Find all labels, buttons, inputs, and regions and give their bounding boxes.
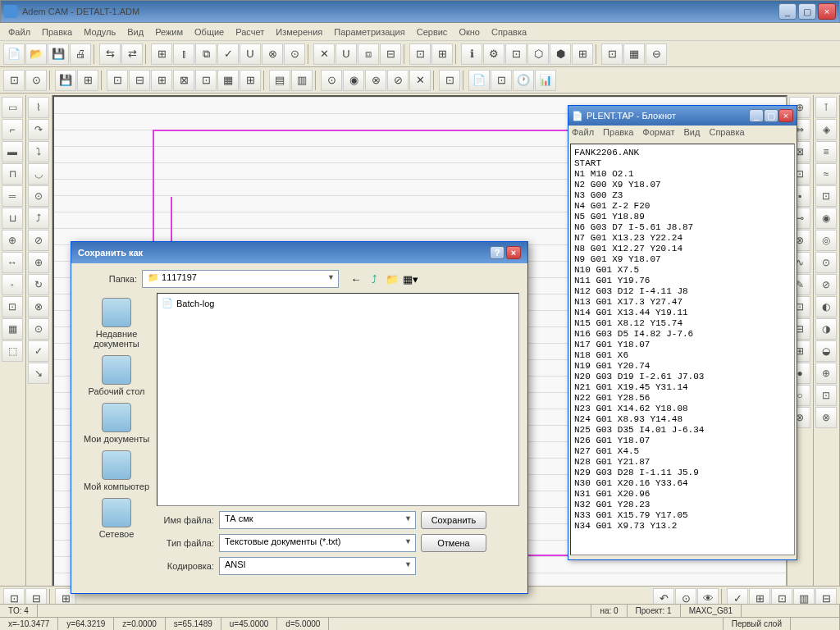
tool-icon[interactable]: ▦ [623, 43, 645, 65]
tool-icon[interactable]: ═ [2, 185, 23, 207]
tool-icon[interactable]: ▦ [2, 318, 23, 340]
save-button[interactable]: Сохранить [421, 511, 486, 529]
tool-icon[interactable]: ↘ [28, 363, 49, 384]
tool-icon[interactable]: ⊺ [815, 97, 837, 118]
menu-general[interactable]: Общие [189, 25, 229, 39]
tool-icon[interactable]: 💾 [55, 70, 76, 91]
notepad-max-button[interactable]: ▢ [764, 109, 778, 122]
place-computer[interactable]: Мой компьютер [84, 450, 149, 491]
notepad-titlebar[interactable]: 📄 PLENT.TAP - Блокнот _ ▢ × [568, 106, 797, 126]
tool-icon[interactable]: ≈ [815, 163, 837, 185]
list-item[interactable]: 📄 Batch-log [161, 297, 515, 309]
tool-icon[interactable]: ◎ [815, 230, 837, 251]
tool-icon[interactable]: ⊗ [28, 296, 49, 317]
notepad-close-button[interactable]: × [778, 109, 793, 122]
tool-icon[interactable]: ⊡ [107, 70, 128, 91]
tool-icon[interactable]: ◐ [815, 296, 837, 317]
tool-icon[interactable]: ⊙ [28, 185, 49, 207]
menu-measure[interactable]: Измерения [271, 25, 327, 39]
tool-icon[interactable]: ✕ [313, 43, 335, 65]
menu-calc[interactable]: Расчет [231, 25, 269, 39]
tool-icon[interactable]: ⊕ [28, 252, 49, 273]
tool-icon[interactable]: ⚙ [483, 43, 504, 65]
notepad-textarea[interactable]: FANK2206.ANK START N1 M10 O2.1 N2 G00 X9… [570, 144, 795, 555]
tool-icon[interactable]: ↔ [2, 252, 23, 273]
save-dialog-titlebar[interactable]: Сохранить как ? × [71, 242, 527, 263]
new-icon[interactable]: 📄 [3, 43, 25, 65]
up-icon[interactable]: ⤴ [367, 272, 381, 286]
place-desktop[interactable]: Рабочий стол [88, 355, 144, 396]
tool-icon[interactable]: ◉ [815, 208, 837, 229]
close-button[interactable]: × [818, 3, 836, 20]
tool-icon[interactable]: ▥ [291, 70, 313, 91]
tool-icon[interactable]: ⊞ [151, 70, 172, 91]
np-menu-format[interactable]: Формат [642, 127, 674, 137]
tool-icon[interactable]: ↻ [28, 274, 49, 295]
np-menu-view[interactable]: Вид [683, 127, 700, 137]
minimize-button[interactable]: _ [778, 3, 797, 20]
cancel-button[interactable]: Отмена [421, 534, 486, 552]
menu-help[interactable]: Справка [486, 25, 532, 39]
tool-icon[interactable]: ⊞ [572, 43, 593, 65]
tool-icon[interactable]: ⌐ [2, 119, 23, 140]
tool-icon[interactable]: ⊙ [284, 43, 305, 65]
tool-icon[interactable]: ⊡ [491, 70, 512, 91]
back-icon[interactable]: ← [349, 272, 363, 286]
tool-icon[interactable]: ▤ [269, 70, 290, 91]
np-menu-help[interactable]: Справка [709, 127, 744, 137]
tool-icon[interactable]: ⊞ [431, 43, 453, 65]
tool-icon[interactable]: ⊞ [77, 70, 98, 91]
filetype-combo[interactable]: Текстовые документы (*.txt) [219, 534, 416, 552]
tool-icon[interactable]: 🕐 [513, 70, 534, 91]
menu-edit[interactable]: Правка [37, 25, 77, 39]
tool-icon[interactable]: U [336, 43, 357, 65]
tool-icon[interactable]: ⊘ [28, 230, 49, 251]
tool-icon[interactable]: ⬚ [2, 340, 23, 362]
tool-icon[interactable]: ⧉ [195, 43, 217, 65]
tool-icon[interactable]: 📊 [535, 70, 556, 91]
tool-icon[interactable]: U [240, 43, 261, 65]
place-network[interactable]: Сетевое [99, 498, 135, 539]
tool-icon[interactable]: ℹ [461, 43, 482, 65]
tool-icon[interactable]: ⊙ [321, 70, 342, 91]
tool-icon[interactable]: ⊓ [2, 163, 23, 185]
notepad-min-button[interactable]: _ [749, 109, 764, 122]
tool-icon[interactable]: ⊡ [2, 296, 23, 317]
help-button[interactable]: ? [490, 246, 504, 259]
encoding-combo[interactable]: ANSI [219, 557, 416, 575]
tool-icon[interactable]: ⊞ [240, 70, 261, 91]
tool-icon[interactable]: ⊙ [28, 318, 49, 340]
tool-icon[interactable]: ⊠ [173, 70, 194, 91]
tool-icon[interactable]: ⊗ [262, 43, 283, 65]
tool-icon[interactable]: ⊖ [646, 43, 667, 65]
tool-icon[interactable]: ⊡ [439, 70, 460, 91]
tool-icon[interactable]: ◈ [815, 119, 837, 140]
tool-icon[interactable]: ⊕ [815, 363, 837, 384]
tool-icon[interactable]: ⊡ [815, 185, 837, 207]
save-icon[interactable]: 💾 [48, 43, 69, 65]
tool-icon[interactable]: ⊡ [815, 385, 837, 406]
tool-icon[interactable]: ⌇ [28, 97, 49, 118]
tool-icon[interactable]: ◒ [815, 340, 837, 362]
tool-icon[interactable]: ↷ [28, 119, 49, 140]
tool-icon[interactable]: ⊞ [151, 43, 172, 65]
filename-input[interactable]: ТА смк [219, 511, 416, 529]
save-close-button[interactable]: × [506, 246, 521, 259]
np-menu-edit[interactable]: Правка [603, 127, 633, 137]
tool-icon[interactable]: ✓ [28, 340, 49, 362]
tool-icon[interactable]: ⊟ [380, 43, 401, 65]
print-icon[interactable]: 🖨 [70, 43, 91, 65]
tool-icon[interactable]: ⊘ [815, 274, 837, 295]
place-recent[interactable]: Недавние документы [81, 298, 152, 349]
menu-param[interactable]: Параметризация [329, 25, 409, 39]
menu-service[interactable]: Сервис [412, 25, 453, 39]
tool-icon[interactable]: ⊡ [601, 43, 623, 65]
tool-icon[interactable]: ⇆ [99, 43, 121, 65]
file-listbox[interactable]: 📄 Batch-log [157, 293, 519, 506]
tool-icon[interactable]: ◉ [343, 70, 364, 91]
tool-icon[interactable]: ▦ [217, 70, 239, 91]
tool-icon[interactable]: ⇄ [121, 43, 143, 65]
menu-view[interactable]: Вид [122, 25, 148, 39]
tool-icon[interactable]: ⊡ [3, 70, 25, 91]
tool-icon[interactable]: ▬ [2, 141, 23, 162]
